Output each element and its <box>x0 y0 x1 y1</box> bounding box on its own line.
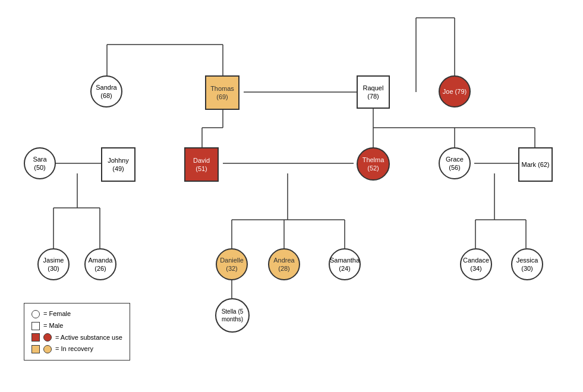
node-raquel: Raquel (78) <box>357 75 390 109</box>
david-age: (51) <box>196 165 207 173</box>
node-david: David (51) <box>184 147 219 182</box>
legend-active-square-icon <box>31 333 40 342</box>
legend-female: = Female <box>31 308 122 320</box>
legend-recovery-square-icon <box>31 345 40 353</box>
samantha-age: (24) <box>339 264 351 273</box>
legend-female-label: = Female <box>43 308 71 320</box>
grace-name: Grace <box>446 155 464 163</box>
node-johhny: Johhny (49) <box>101 147 135 182</box>
legend-recovery: = In recovery <box>31 343 122 355</box>
sandra-age: (68) <box>100 91 112 100</box>
raquel-age: (78) <box>367 92 379 100</box>
thomas-age: (69) <box>216 93 228 101</box>
thelma-name: Thelma <box>363 156 385 164</box>
legend-male-icon <box>31 322 40 330</box>
legend-recovery-label: = In recovery <box>55 343 93 355</box>
node-samantha: Samantha (24) <box>329 248 361 280</box>
node-sara: Sara (50) <box>24 147 56 179</box>
legend-male-label: = Male <box>43 320 63 332</box>
legend-active-label: = Active substance use <box>55 332 122 344</box>
jasime-name: Jasime <box>43 256 64 264</box>
grace-age: (56) <box>449 163 461 172</box>
node-joe: Joe (79) <box>439 75 471 108</box>
sara-name: Sara <box>33 155 46 163</box>
stella-name: Stella (5 months) <box>216 308 248 323</box>
johhny-age: (49) <box>112 165 124 173</box>
node-mark: Mark (62) <box>518 147 553 182</box>
legend: = Female = Male = Active substance use =… <box>24 303 130 361</box>
node-danielle: Danielle (32) <box>216 248 248 280</box>
node-candace: Candace (34) <box>460 248 492 280</box>
david-name: David <box>193 156 210 165</box>
node-stella: Stella (5 months) <box>215 298 250 333</box>
johhny-name: Johhny <box>108 156 128 165</box>
legend-active: = Active substance use <box>31 332 122 344</box>
sandra-name: Sandra <box>96 83 116 91</box>
legend-active-circle-icon <box>43 333 52 342</box>
thelma-age: (52) <box>367 164 379 172</box>
node-jessica: Jessica (30) <box>511 248 543 280</box>
genogram: Sandra (68) Thomas (69) Raquel (78) Joe … <box>0 0 583 392</box>
andrea-age: (28) <box>278 264 290 273</box>
node-jasime: Jasime (30) <box>37 248 70 280</box>
jessica-name: Jessica <box>516 256 538 264</box>
thomas-name: Thomas <box>210 84 234 93</box>
jessica-age: (30) <box>521 264 533 273</box>
raquel-name: Raquel <box>363 84 384 92</box>
node-thomas: Thomas (69) <box>205 75 239 110</box>
legend-recovery-circle-icon <box>43 345 52 353</box>
mark-name: Mark (62) <box>521 160 549 169</box>
node-thelma: Thelma (52) <box>357 147 390 181</box>
danielle-name: Danielle <box>220 256 244 264</box>
samantha-name: Samantha <box>330 256 360 264</box>
joe-name: Joe (79) <box>443 87 467 96</box>
legend-female-icon <box>31 310 40 318</box>
amanda-age: (26) <box>94 264 106 273</box>
legend-male: = Male <box>31 320 122 332</box>
danielle-age: (32) <box>226 264 238 273</box>
node-sandra: Sandra (68) <box>90 75 122 108</box>
andrea-name: Andrea <box>273 256 294 264</box>
node-amanda: Amanda (26) <box>84 248 116 280</box>
candace-name: Candace <box>463 256 489 264</box>
candace-age: (34) <box>470 264 482 273</box>
node-andrea: Andrea (28) <box>268 248 300 280</box>
sara-age: (50) <box>34 163 46 172</box>
jasime-age: (30) <box>48 264 59 273</box>
node-grace: Grace (56) <box>439 147 471 179</box>
amanda-name: Amanda <box>89 256 113 264</box>
